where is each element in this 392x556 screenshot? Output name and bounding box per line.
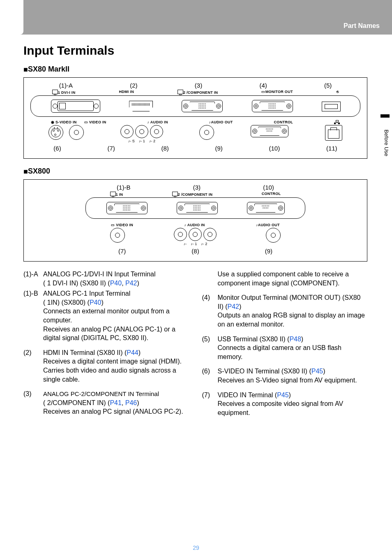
item-number: (5) [202,335,218,344]
item-body: Receives a composite video signal from A… [218,399,368,417]
item-title: S-VIDEO IN Terminal (SX80 II) (P45) [218,367,368,376]
port-label: MONITOR OUT [265,90,293,94]
side-thumb-marker [380,114,390,118]
port-label: CONTROL [274,120,293,124]
svideo-connector-icon [48,125,63,140]
diagram-b-bottom-callouts: (7) (8) (9) [85,248,305,255]
page-title: Input Terminals [23,44,367,58]
callout: (1)-A [59,82,73,89]
item-body: Use a supplied component cable to receiv… [218,270,368,287]
diagram-a-top-port-labels: 1 DVI-I IN HDMI IN 2 /COMPONENT IN ▭MONI… [30,90,360,95]
item-title: VIDEO IN Terminal (P45) [218,391,368,400]
callout: (10) [263,184,274,191]
port-label: AUDIO IN [150,120,168,124]
rca-triple-icon [174,228,217,241]
port-label: VIDEO IN [89,120,106,124]
rca-connector-icon [69,125,84,140]
usb-connector-icon [322,102,340,111]
page-link[interactable]: P45 [311,368,323,375]
page: Part Names Before Use Input Terminals ■S… [0,0,392,556]
callout: (9) [265,248,272,255]
item-title: ANALOG PC-1 Input Terminal ( 1IN) (SX800… [43,289,189,307]
port-label: 1 IN [116,192,123,197]
monitor-icon [178,90,183,94]
serial-connector-icon: ooooooooo [247,202,285,214]
callout: (8) [161,145,168,152]
dsub-connector-icon: ooooooooooooooo [252,100,293,112]
audio-in-sublabels: ♪-♪- 1♪- 2 [184,242,208,246]
rca-connector-icon [266,228,281,243]
page-link[interactable]: P41 [110,399,121,406]
callout: (10) [269,145,280,152]
item-number: (2) [23,348,43,357]
header-cutout [0,0,23,35]
monitor-icon [52,90,58,94]
item-title: ANALOG PC-1/DVI-I IN Input Terminal ( 1 … [43,270,189,287]
port-label: AUDIO OUT [258,223,280,227]
callout: (3) [195,82,202,89]
dsub-connector-icon: ooooooooooooooo [106,202,148,214]
diagram-b-top-callouts: (1)-B (3) (10) [85,184,305,191]
port-label: AUDIO IN [187,223,205,227]
rj45-connector-icon [325,125,342,141]
page-link[interactable]: P46 [125,399,137,406]
page-link[interactable]: P42 [228,303,239,310]
port-label: HDMI IN [119,90,134,95]
hdmi-connector-icon [129,101,153,111]
desc-item-6: (6) S-VIDEO IN Terminal (SX80 II) (P45) … [202,367,368,385]
model-a-name: SX80 MarkII [28,65,69,73]
page-link[interactable]: P45 [277,392,288,398]
content: Input Terminals ■SX80 MarkII (1)-A (2) (… [23,41,367,540]
item-body: Connects an external monitor output from… [43,307,189,342]
desc-item-3: (3) ANALOG PC-2/COMPONENT IN Terminal ( … [23,389,189,416]
item-body: Connects a digital camera or an USB flas… [218,343,368,361]
port-label: 2 /COMPONENT IN [178,192,213,197]
page-link[interactable]: P48 [289,336,301,343]
desc-item-3-continued: Use a supplied component cable to receiv… [202,270,368,287]
header-band: Part Names [0,0,392,35]
callout: (7) [118,248,126,255]
network-icon [334,120,340,124]
diagram-sx800: (1)-B (3) (10) 1 IN 2 /COMPONENT IN CONT… [23,179,367,262]
item-number: (4) [202,293,218,311]
callout: (11) [326,145,337,152]
item-title: HDMI IN Terminal (SX80 II) (P44) [43,348,189,357]
item-body: Receives an S-Video signal from AV equip… [218,376,368,385]
model-b-name: SX800 [28,167,50,175]
page-link[interactable]: P42 [125,280,137,287]
port-label: 1 DVI-I IN [58,90,76,95]
page-link[interactable]: P44 [127,349,138,356]
callout: (8) [191,248,199,255]
diagram-a-mid-port-labels: ◉ S-VIDEO IN▭ VIDEO IN ♪ AUDIO IN ♪AUDIO… [30,120,360,124]
diagram-a-bottom-callouts: (6) (7) (8) (9) (10) (11) [30,145,360,152]
usb-icon: ⎋ [337,90,339,95]
descriptions: (1)-A ANALOG PC-1/DVI-I IN Input Termina… [23,270,367,423]
desc-item-4: (4) Monitor Output Terminal (MONITOR OUT… [202,293,368,329]
diagram-b-bottom-connectors: ♪-♪- 1♪- 2 [85,228,305,246]
item-number: (1)-A [23,270,43,287]
rca-connector-icon [110,228,125,243]
subheading-model-a: ■SX80 MarkII [23,65,367,74]
callout: (2) [130,82,137,89]
diagram-b-mid-port-labels: ▭ VIDEO IN ♪ AUDIO IN ♪AUDIO OUT [85,223,305,227]
diagram-a-top-connectors: ooooooooooooooo ooooooooooooooo [30,95,360,117]
side-tab-label: Before Use [383,130,390,156]
callout: (5) [324,82,332,89]
item-body: Receives an analog PC signal (ANALOG PC-… [43,407,189,416]
monitor-icon [110,192,116,196]
port-label: CONTROL [262,192,281,197]
page-link[interactable]: P40 [90,299,101,306]
callout: (7) [107,145,115,152]
item-number: (6) [202,367,218,376]
dsub-connector-icon: ooooooooooooooo [182,100,223,112]
rca-connector-icon [199,125,214,140]
audio-in-sublabels: ♪- S♪- 1♪- 2 [128,139,155,143]
desc-item-7: (7) VIDEO IN Terminal (P45) Receives a c… [202,391,368,417]
monitor-icon [172,192,178,196]
callout: (4) [259,82,267,89]
item-number: (7) [202,391,218,400]
port-label: VIDEO IN [116,223,133,227]
diagram-sx80: (1)-A (2) (3) (4) (5) 1 DVI-I IN HDMI IN… [23,77,367,159]
right-column: Use a supplied component cable to receiv… [202,270,368,423]
page-link[interactable]: P40 [110,280,122,287]
